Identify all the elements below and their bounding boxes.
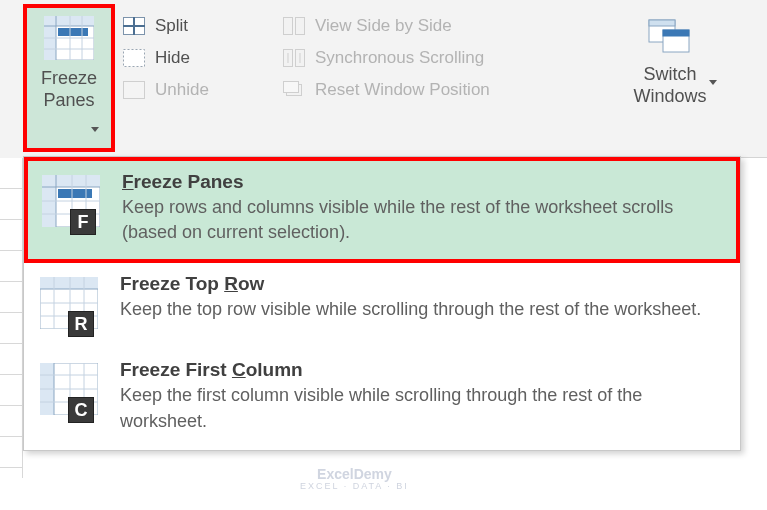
menu-title-u: F bbox=[122, 171, 134, 192]
menu-item-freeze-top-row[interactable]: R Freeze Top Row Keep the top row visibl… bbox=[26, 263, 738, 349]
svg-rect-36 bbox=[40, 277, 98, 289]
svg-rect-20 bbox=[284, 82, 299, 93]
hide-label: Hide bbox=[155, 48, 190, 68]
svg-rect-24 bbox=[663, 30, 689, 36]
svg-rect-22 bbox=[649, 20, 675, 26]
reset-window-position-button: Reset Window Position bbox=[283, 74, 605, 106]
synchronous-scrolling-button: Synchronous Scrolling bbox=[283, 42, 605, 74]
switch-windows-label: Switch Windows bbox=[633, 64, 706, 107]
menu-icon-freeze-panes: F bbox=[42, 175, 100, 233]
menu-title-post: ow bbox=[238, 273, 264, 294]
switch-windows-label-line2: Windows bbox=[633, 86, 706, 106]
hide-icon bbox=[123, 49, 145, 67]
menu-title-u: R bbox=[224, 273, 238, 294]
chevron-down-icon bbox=[709, 80, 717, 85]
view-side-by-side-icon bbox=[283, 17, 305, 35]
svg-rect-15 bbox=[284, 18, 293, 35]
menu-item-freeze-first-column[interactable]: C Freeze First Column Keep the first col… bbox=[26, 349, 738, 447]
menu-icon-freeze-first-column: C bbox=[40, 363, 98, 421]
menu-desc: Keep the top row visible while scrolling… bbox=[120, 297, 724, 322]
hide-button[interactable]: Hide bbox=[115, 42, 275, 74]
menu-text: Freeze First Column Keep the first colum… bbox=[120, 359, 724, 433]
chevron-down-icon bbox=[91, 127, 99, 132]
worksheet-grid-left bbox=[0, 158, 23, 510]
keytip-c: C bbox=[68, 397, 94, 423]
menu-title: Freeze Panes bbox=[122, 171, 722, 193]
ribbon: Freeze Panes Split Hide bbox=[0, 0, 767, 158]
svg-rect-3 bbox=[58, 28, 88, 36]
reset-window-position-label: Reset Window Position bbox=[315, 80, 490, 100]
menu-title-pre: Freeze Top bbox=[120, 273, 224, 294]
svg-rect-16 bbox=[296, 18, 305, 35]
watermark: ExcelDemy EXCEL · DATA · BI bbox=[300, 467, 409, 492]
menu-title: Freeze First Column bbox=[120, 359, 724, 381]
freeze-panes-dropdown: F Freeze Panes Keep rows and columns vis… bbox=[23, 156, 741, 451]
freeze-panes-button[interactable]: Freeze Panes bbox=[23, 4, 115, 152]
switch-windows-button[interactable]: Switch Windows bbox=[605, 4, 735, 107]
svg-rect-13 bbox=[124, 50, 145, 67]
view-side-by-side-label: View Side by Side bbox=[315, 16, 452, 36]
menu-title-post: olumn bbox=[246, 359, 303, 380]
reset-window-position-icon bbox=[283, 81, 305, 99]
side-by-side-group: View Side by Side Synchronous Scrolling … bbox=[275, 4, 605, 106]
freeze-panes-label-line1: Freeze bbox=[41, 68, 97, 88]
ribbon-left-stub bbox=[0, 4, 23, 158]
unhide-label: Unhide bbox=[155, 80, 209, 100]
split-label: Split bbox=[155, 16, 188, 36]
split-icon bbox=[123, 17, 145, 35]
freeze-panes-label: Freeze Panes bbox=[41, 68, 97, 111]
unhide-button: Unhide bbox=[115, 74, 275, 106]
watermark-tag: EXCEL · DATA · BI bbox=[300, 482, 409, 492]
keytip-f: F bbox=[70, 209, 96, 235]
synchronous-scrolling-icon bbox=[283, 49, 305, 67]
menu-item-freeze-panes[interactable]: F Freeze Panes Keep rows and columns vis… bbox=[24, 157, 740, 263]
watermark-name: ExcelDemy bbox=[300, 467, 409, 482]
keytip-r: R bbox=[68, 311, 94, 337]
unhide-icon bbox=[123, 81, 145, 99]
switch-windows-icon bbox=[645, 12, 695, 56]
synchronous-scrolling-label: Synchronous Scrolling bbox=[315, 48, 484, 68]
freeze-panes-label-line2: Panes bbox=[43, 90, 94, 110]
menu-text: Freeze Top Row Keep the top row visible … bbox=[120, 273, 724, 322]
menu-title-post: reeze Panes bbox=[134, 171, 244, 192]
menu-desc: Keep rows and columns visible while the … bbox=[122, 195, 722, 245]
menu-icon-freeze-top-row: R bbox=[40, 277, 98, 335]
menu-text: Freeze Panes Keep rows and columns visib… bbox=[122, 171, 722, 245]
menu-title-u: C bbox=[232, 359, 246, 380]
menu-title-pre: Freeze First bbox=[120, 359, 232, 380]
svg-rect-14 bbox=[124, 82, 145, 99]
view-side-by-side-button: View Side by Side bbox=[283, 10, 605, 42]
menu-desc: Keep the first column visible while scro… bbox=[120, 383, 724, 433]
svg-rect-28 bbox=[58, 189, 92, 198]
window-options-group: Split Hide Unhide bbox=[115, 4, 275, 106]
switch-windows-label-line1: Switch bbox=[643, 64, 696, 84]
menu-title: Freeze Top Row bbox=[120, 273, 724, 295]
split-button[interactable]: Split bbox=[115, 10, 275, 42]
freeze-panes-icon bbox=[44, 16, 94, 60]
